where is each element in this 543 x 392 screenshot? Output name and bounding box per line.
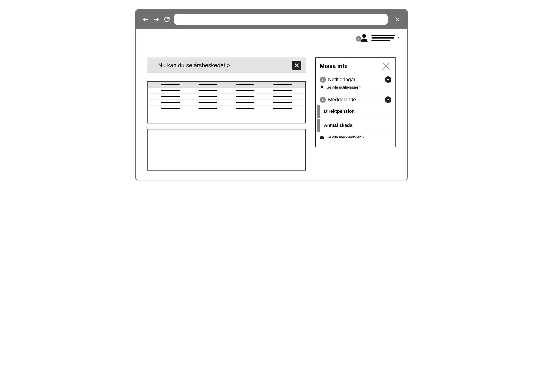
table-cell [154,96,187,97]
table-header-cell [154,84,187,85]
chevron-down-icon [397,36,401,40]
table-row [147,106,305,112]
banner-close-button[interactable] [292,61,301,70]
table-row [147,88,305,94]
table-cell [229,90,262,91]
browser-window: 3 Nu kan du se årsbeskedet > [135,9,408,180]
table-cell [266,96,299,97]
announcement-banner[interactable]: Nu kan du se årsbeskedet > [147,57,306,73]
notifications-toggle[interactable]: 3 Notifieringar [316,73,396,85]
message-item[interactable]: Anmäl skada [317,119,396,132]
messages-count: 3 [320,97,326,103]
table-cell [191,108,224,109]
see-all-messages-text[interactable]: Se alla meddelanden > [327,135,365,139]
chevron-down-icon [385,76,391,83]
table-row [147,100,305,106]
notifications-label: Notifieringar [328,77,383,83]
notifications-count: 3 [320,77,326,83]
chevron-up-icon [385,96,391,103]
user-name-placeholder [372,35,395,41]
table-header-cell [229,84,262,85]
side-panel: Missa inte 3 Notifieringar Se alla notif… [315,57,396,147]
banner-text: Nu kan du se årsbeskedet > [158,62,292,69]
table-cell [154,90,187,91]
user-menu[interactable]: 3 [359,33,401,42]
see-all-notifications-link[interactable]: Se alla notifieringar > [316,85,396,93]
side-panel-title: Missa inte [320,63,348,69]
table-cell [229,102,262,103]
page-content: Nu kan du se årsbeskedet > [136,47,407,180]
overview-table [147,81,306,123]
see-all-notifications-text[interactable]: Se alla notifieringar > [327,85,362,90]
side-panel-header: Missa inte [316,61,396,73]
reload-button[interactable] [164,16,170,22]
table-header-cell [266,84,299,85]
table-cell [191,102,224,103]
main-column: Nu kan du se årsbeskedet > [147,57,306,170]
table-cell [229,108,262,109]
svg-point-4 [362,34,366,38]
envelope-icon [320,135,324,139]
header-badge-count: 3 [356,36,361,42]
url-input[interactable] [174,14,388,25]
site-header: 3 [136,29,407,47]
table-cell [229,96,262,97]
forward-button[interactable] [153,16,159,22]
bell-icon [320,85,324,90]
browser-toolbar [136,10,407,29]
image-placeholder-icon [381,61,391,71]
table-header-cell [191,84,224,85]
avatar: 3 [359,33,369,42]
table-cell [154,102,187,103]
message-item[interactable]: Direktpension [317,105,396,118]
window-close-button[interactable] [394,16,401,22]
messages-toggle[interactable]: 3 Meddelande [316,93,396,105]
see-all-messages-link[interactable]: Se alla meddelanden > [316,132,396,143]
table-cell [266,102,299,103]
back-button[interactable] [142,16,149,22]
table-cell [191,96,224,97]
table-cell [266,90,299,91]
table-cell [154,108,187,109]
table-row [147,94,305,100]
table-cell [266,108,299,109]
secondary-panel [147,129,306,170]
table-header-row [147,82,305,88]
table-cell [191,90,224,91]
messages-label: Meddelande [328,97,383,103]
